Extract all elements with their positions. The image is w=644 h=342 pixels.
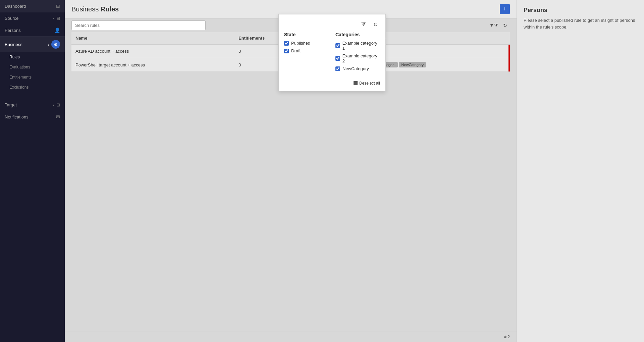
sidebar-section-source: Source ‹ ⊟	[0, 12, 65, 24]
deselect-all-button[interactable]: Deselect all	[354, 81, 380, 86]
notifications-icon: ✉	[56, 114, 60, 119]
refresh-button[interactable]: ↻	[500, 21, 510, 30]
filter-columns: State Published Draft Categories Example…	[284, 32, 380, 74]
main-content: Business Rules + ▼⧩ ↻ Name Entitlements …	[65, 0, 517, 342]
sidebar-item-source[interactable]: Source ‹ ⊟	[0, 12, 65, 24]
filter-cat1[interactable]: Example category 1	[335, 41, 380, 51]
persons-icon: 👤	[54, 28, 60, 33]
filter-overlay-filter-icon[interactable]: ⧩	[359, 20, 368, 29]
category-badge: NewCategory	[399, 62, 426, 67]
filter-categories-title: Categories	[335, 32, 380, 37]
filter-draft-checkbox[interactable]	[284, 49, 289, 53]
right-panel-title: Persons	[524, 7, 637, 14]
filter-cat2-checkbox[interactable]	[335, 56, 340, 61]
row-indicator	[508, 45, 510, 58]
sidebar-item-business[interactable]: Business › ⚙	[0, 37, 65, 52]
refresh-icon: ↻	[503, 23, 507, 28]
filter-overlay-funnel-icon: ⧩	[361, 21, 366, 28]
filter-published-checkbox[interactable]	[284, 41, 289, 46]
business-gear-button[interactable]: ⚙	[51, 40, 60, 49]
sidebar-item-notifications[interactable]: Notifications ✉	[0, 111, 65, 123]
target-icon: ⊞	[56, 102, 60, 107]
filter-footer: Deselect all	[284, 78, 380, 86]
target-collapse-icon: ‹	[53, 103, 54, 107]
deselect-square-icon	[354, 81, 358, 85]
page-title: Business Rules	[71, 5, 119, 13]
filter-refresh-area: ▼⧩ ↻	[489, 21, 510, 30]
filter-cat3-checkbox[interactable]	[335, 66, 340, 71]
filter-cat2[interactable]: Example category 2	[335, 53, 380, 63]
search-input[interactable]	[71, 20, 206, 30]
filter-state-col: State Published Draft	[284, 32, 329, 74]
filter-categories-col: Categories Example category 1 Example ca…	[335, 32, 380, 74]
right-panel-description: Please select a published rule to get an…	[524, 17, 637, 30]
row-indicator	[508, 58, 510, 71]
filter-cat3[interactable]: NewCategory	[335, 66, 380, 71]
source-icon: ⊟	[56, 16, 60, 21]
sidebar-sub-rules[interactable]: Rules	[0, 52, 65, 62]
sidebar-sub-entitlements[interactable]: Entitlements	[0, 72, 65, 82]
sidebar-section-business: Business › ⚙ Rules Evaluations Entitleme…	[0, 36, 65, 92]
filter-overlay: ⧩ ↻ State Published Draft Categories	[278, 14, 386, 91]
dashboard-icon: ⊞	[56, 3, 60, 9]
gear-icon: ⚙	[54, 42, 58, 47]
filter-overlay-refresh-icon[interactable]: ↻	[371, 20, 380, 29]
filter-state-title: State	[284, 32, 329, 37]
sidebar-item-target[interactable]: Target ‹ ⊞	[0, 99, 65, 111]
cell-name: PowerShell target account + access	[71, 58, 234, 72]
right-panel: Persons Please select a published rule t…	[517, 0, 644, 342]
filter-button[interactable]: ▼⧩	[489, 21, 498, 30]
sidebar-sub-exclusions[interactable]: Exclusions	[0, 82, 65, 92]
filter-overlay-refresh-symbol: ↻	[373, 21, 378, 28]
filter-icon: ▼⧩	[489, 22, 498, 28]
sidebar-sub-evaluations[interactable]: Evaluations	[0, 62, 65, 72]
sidebar-item-dashboard[interactable]: Dashboard ⊞	[0, 0, 65, 12]
business-expand-icon: ›	[48, 42, 49, 47]
source-collapse-icon: ‹	[53, 16, 54, 21]
sidebar-item-persons[interactable]: Persons 👤	[0, 24, 65, 36]
table-footer: # 2	[65, 332, 517, 342]
filter-state-published[interactable]: Published	[284, 41, 329, 46]
filter-state-draft[interactable]: Draft	[284, 48, 329, 53]
sidebar: Dashboard ⊞ Source ‹ ⊟ Persons 👤 Busines…	[0, 0, 65, 342]
col-header-name: Name	[71, 32, 234, 44]
cell-name: Azure AD account + access	[71, 44, 234, 58]
add-rule-button[interactable]: +	[500, 4, 510, 14]
filter-cat1-checkbox[interactable]	[335, 43, 340, 48]
